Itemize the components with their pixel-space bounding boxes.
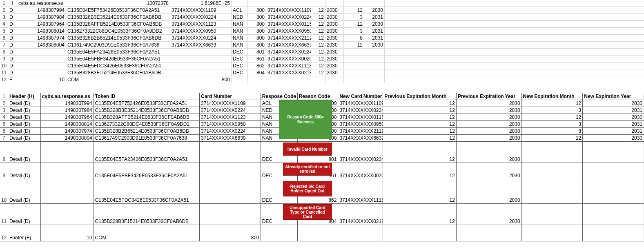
cell[interactable]: D: [8, 69, 17, 76]
cell[interactable]: 2030: [583, 135, 644, 141]
cell[interactable]: 2031: [583, 128, 644, 134]
cell[interactable]: 1498307994: [17, 7, 66, 13]
cell[interactable]: [232, 0, 248, 7]
cell[interactable]: 12: [344, 21, 364, 27]
col-header[interactable]: New Expiration Year: [583, 93, 644, 100]
cell[interactable]: COM: [94, 225, 200, 241]
cell[interactable]: 3714XXXXXXX0020: [266, 56, 311, 62]
cell[interactable]: [200, 179, 261, 203]
cell[interactable]: 3714XXXXXXX0224: [338, 107, 383, 114]
col-header[interactable]: Token ID: [94, 93, 200, 100]
cell[interactable]: 2030: [325, 14, 344, 20]
cell[interactable]: 2030: [457, 107, 522, 114]
cell[interactable]: DEC: [232, 69, 248, 76]
cell[interactable]: Detail (D): [8, 135, 41, 141]
cell[interactable]: 801: [248, 49, 266, 55]
cell[interactable]: [41, 142, 94, 163]
col-header[interactable]: New Card Number: [338, 93, 383, 100]
cell[interactable]: DEC: [232, 56, 248, 62]
cell[interactable]: Detail (D): [8, 142, 41, 163]
cell[interactable]: 861: [248, 56, 266, 62]
cell[interactable]: C135E04E5FA23426E0533F36CF0A2A51: [94, 142, 200, 163]
cell[interactable]: 1498307974: [41, 128, 94, 134]
cell[interactable]: 12: [344, 7, 364, 13]
cell[interactable]: 2030: [364, 7, 385, 13]
cell[interactable]: 3714XXXXXXX1109: [200, 100, 261, 107]
cell[interactable]: [200, 163, 261, 179]
cell[interactable]: [344, 49, 364, 55]
cell[interactable]: Footer (F): [8, 225, 41, 241]
cell[interactable]: 1498308014: [41, 121, 94, 127]
cell[interactable]: 1498308014: [17, 28, 66, 34]
cell[interactable]: [248, 76, 266, 83]
cell[interactable]: 1498308004: [41, 135, 94, 141]
cell[interactable]: 12: [383, 121, 457, 127]
cell[interactable]: 2031: [583, 121, 644, 127]
cell[interactable]: 3714XXXXXXX6639: [170, 42, 232, 48]
cell[interactable]: [344, 76, 364, 83]
cell[interactable]: 800: [248, 7, 266, 13]
cell[interactable]: [266, 76, 311, 83]
cell[interactable]: 2030: [325, 69, 344, 76]
cell[interactable]: Detail (D): [8, 114, 41, 120]
cell[interactable]: D: [8, 49, 17, 55]
cell[interactable]: [200, 204, 261, 225]
cell[interactable]: [17, 62, 66, 69]
cell[interactable]: 2030: [325, 62, 344, 69]
cell[interactable]: COM: [66, 76, 170, 83]
col-header[interactable]: New Expiration Month: [522, 93, 583, 100]
cell[interactable]: 12: [311, 49, 325, 55]
cell[interactable]: 3714XXXXXXX0224: [200, 107, 261, 114]
cell[interactable]: cybs.au.response.ss: [17, 0, 66, 7]
cell[interactable]: [364, 0, 385, 7]
cell[interactable]: 10: [17, 76, 66, 83]
cell[interactable]: 8: [522, 128, 583, 134]
cell[interactable]: C135B328B3F15214E0533F36CF0AB6DB: [94, 204, 200, 225]
cell[interactable]: 12: [383, 135, 457, 141]
cell[interactable]: C135B328B2B65214E0533F36CF0AB6DB: [66, 35, 170, 41]
cell[interactable]: 800: [248, 35, 266, 41]
cell[interactable]: 3714XXXXXXX1109: [338, 100, 383, 107]
col-header[interactable]: Previous Expiration Year: [457, 93, 522, 100]
col-header[interactable]: Reason Code: [298, 93, 339, 100]
cell[interactable]: C135B328B3E35214E0533F36CF0AB6DB: [66, 14, 170, 20]
cell[interactable]: C1361749C2903D91E0533F36CF0A7638: [66, 42, 170, 48]
col-header[interactable]: Header (H): [8, 93, 41, 100]
cell[interactable]: NAN: [232, 21, 248, 27]
cell[interactable]: 2031: [364, 28, 385, 34]
cell[interactable]: [311, 0, 325, 7]
cell[interactable]: 12: [311, 62, 325, 69]
cell[interactable]: 3714XXXXXXX0950: [266, 28, 311, 34]
cell[interactable]: 10072378: [66, 0, 170, 7]
cell[interactable]: 2030: [325, 56, 344, 62]
cell[interactable]: 2030: [364, 42, 385, 48]
cell[interactable]: 12: [311, 7, 325, 13]
cell[interactable]: 2030: [457, 135, 522, 141]
cell[interactable]: 3: [344, 14, 364, 20]
cell[interactable]: 12: [383, 179, 457, 203]
cell[interactable]: 3714XXXXXXX0224: [338, 142, 383, 163]
cell[interactable]: [248, 0, 266, 7]
cell[interactable]: 2030: [457, 128, 522, 134]
cell[interactable]: 3714XXXXXXX6639: [200, 135, 261, 141]
cell[interactable]: D: [8, 21, 17, 27]
cell[interactable]: [41, 163, 94, 179]
cell[interactable]: 2030: [325, 49, 344, 55]
cell[interactable]: 1498307964: [41, 114, 94, 120]
cell[interactable]: 800: [248, 28, 266, 34]
cell[interactable]: [522, 179, 583, 203]
col-header[interactable]: Previous Expiration Month: [383, 93, 457, 100]
cell[interactable]: C135B328B3E35214E0533F36CF0AB6DB: [94, 107, 200, 114]
cell[interactable]: [170, 49, 232, 55]
cell[interactable]: 800: [170, 76, 232, 83]
cell[interactable]: [522, 225, 583, 241]
cell[interactable]: [364, 69, 385, 76]
cell[interactable]: 12: [344, 42, 364, 48]
cell[interactable]: [338, 225, 383, 241]
cell[interactable]: [522, 163, 583, 179]
cell[interactable]: D: [8, 7, 17, 13]
cell[interactable]: 12: [522, 135, 583, 141]
cell[interactable]: Detail (D): [8, 107, 41, 114]
cell[interactable]: 3: [522, 107, 583, 114]
cell[interactable]: NAN: [232, 35, 248, 41]
